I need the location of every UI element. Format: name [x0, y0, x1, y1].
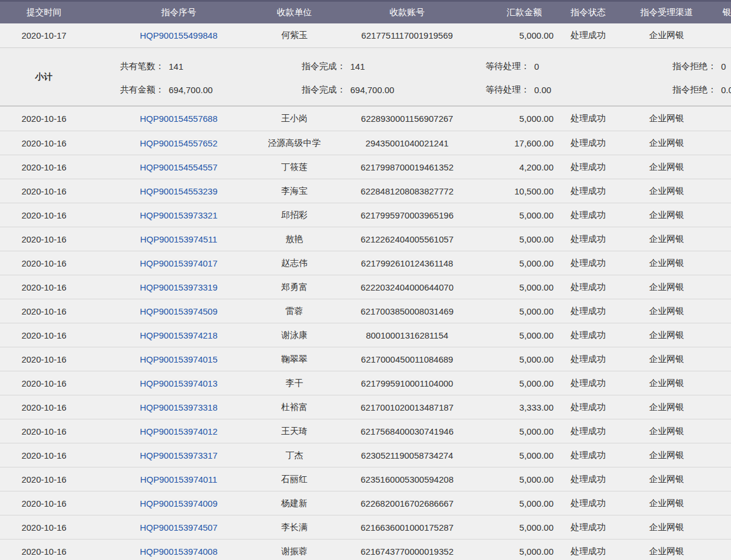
instruction-serial-link[interactable]: HQP900153974015 [140, 354, 218, 364]
instruction-serial-link[interactable]: HQP900153974509 [140, 306, 218, 316]
cell-channel: 企业网银 [623, 23, 710, 47]
instruction-serial-link[interactable]: HQP900153974011 [140, 474, 217, 484]
table-row: 2020-10-16 HQP900153974011 石丽红 623516000… [0, 467, 731, 491]
instruction-serial-link[interactable]: HQP900153973319 [140, 282, 218, 292]
cell-bank [710, 275, 731, 299]
cell-payee: 李干 [269, 371, 319, 395]
payment-instruction-table: 提交时间 指令序号 收款单位 收款账号 汇款金额 指令状态 指令受理渠道 银 2… [0, 0, 731, 560]
cell-submit-time: 2020-10-16 [0, 227, 88, 251]
cell-submit-time: 2020-10-16 [0, 443, 88, 467]
cell-bank [710, 299, 731, 323]
instruction-serial-link[interactable]: HQP900155499848 [140, 30, 218, 40]
cell-payee: 石丽红 [269, 467, 319, 491]
table-row: 2020-10-16 HQP900153974012 王天琦 621756840… [0, 419, 731, 443]
cell-submit-time: 2020-10-16 [0, 323, 88, 347]
instruction-serial-link[interactable]: HQP900153974012 [140, 426, 218, 436]
instruction-serial-link[interactable]: HQP900153974507 [140, 523, 218, 532]
table-row: 2020-10-16 HQP900153974017 赵志伟 621799261… [0, 251, 731, 275]
cell-bank [710, 419, 731, 443]
subtotal-total-count: 共有笔数： 141 [120, 61, 183, 72]
cell-status: 处理成功 [554, 443, 623, 467]
cell-amount: 5,000.00 [495, 347, 554, 371]
cell-serial: HQP900153973321 [88, 203, 269, 227]
cell-amount: 17,600.00 [495, 131, 554, 155]
instruction-serial-link[interactable]: HQP900153974511 [140, 234, 217, 244]
cell-serial: HQP900153974509 [88, 299, 269, 323]
instruction-serial-link[interactable]: HQP900153974013 [140, 378, 218, 388]
cell-channel: 企业网银 [623, 131, 710, 155]
cell-payee: 敖艳 [269, 227, 319, 251]
table-row: 2020-10-16 HQP900153974218 谢泳康 800100013… [0, 323, 731, 347]
cell-bank [710, 203, 731, 227]
cell-bank [710, 131, 731, 155]
cell-account: 6216743770000019352 [319, 539, 495, 560]
cell-account: 6217001020013487187 [319, 395, 495, 419]
cell-account: 6226820016702686667 [319, 491, 495, 515]
instruction-serial-link[interactable]: HQP900154557652 [140, 138, 218, 148]
cell-account: 6212262404005561057 [319, 227, 495, 251]
cell-status: 处理成功 [554, 131, 623, 155]
cell-status: 处理成功 [554, 155, 623, 179]
table-header-row: 提交时间 指令序号 收款单位 收款账号 汇款金额 指令状态 指令受理渠道 银 [0, 0, 731, 23]
instruction-serial-link[interactable]: HQP900153974009 [140, 498, 218, 508]
cell-submit-time: 2020-10-16 [0, 203, 88, 227]
cell-channel: 企业网银 [623, 539, 710, 560]
cell-status: 处理成功 [554, 179, 623, 203]
cell-serial: HQP900153974015 [88, 347, 269, 371]
cell-channel: 企业网银 [623, 203, 710, 227]
subtotal-row: 小计 共有笔数： 141 指令完成： 141 等待处理： 0 指令拒绝： 0 [0, 47, 731, 107]
cell-payee: 李长满 [269, 515, 319, 539]
cell-submit-time: 2020-10-16 [0, 419, 88, 443]
cell-status: 处理成功 [554, 539, 623, 560]
instruction-serial-link[interactable]: HQP900154553239 [140, 186, 218, 196]
instruction-serial-link[interactable]: HQP900153974218 [140, 330, 218, 340]
cell-status: 处理成功 [554, 23, 623, 47]
cell-amount: 5,000.00 [495, 467, 554, 491]
column-header-bank: 银 [710, 2, 731, 23]
instruction-serial-link[interactable]: HQP900154557688 [140, 114, 218, 124]
cell-channel: 企业网银 [623, 227, 710, 251]
cell-amount: 5,000.00 [495, 491, 554, 515]
cell-channel: 企业网银 [623, 275, 710, 299]
instruction-serial-link[interactable]: HQP900153973318 [140, 402, 218, 412]
cell-serial: HQP900154553239 [88, 179, 269, 203]
cell-account: 6235160005300594208 [319, 467, 495, 491]
table-row: 2020-10-16 HQP900154553239 李海宝 622848120… [0, 179, 731, 203]
instruction-serial-link[interactable]: HQP900153973317 [140, 450, 218, 460]
cell-payee: 杜裕富 [269, 395, 319, 419]
cell-channel: 企业网银 [623, 155, 710, 179]
cell-payee: 丁杰 [269, 443, 319, 467]
cell-status: 处理成功 [554, 491, 623, 515]
table-row: 2020-10-17 HQP900155499848 何紫玉 621775111… [0, 23, 731, 47]
cell-serial: HQP900153974011 [88, 467, 269, 491]
cell-submit-time: 2020-10-16 [0, 251, 88, 275]
instruction-serial-link[interactable]: HQP900153974017 [140, 258, 218, 268]
column-header-serial: 指令序号 [88, 2, 269, 23]
instruction-serial-link[interactable]: HQP900153973321 [140, 210, 218, 220]
cell-serial: HQP900153974013 [88, 371, 269, 395]
subtotal-title: 小计 [0, 48, 88, 105]
cell-status: 处理成功 [554, 323, 623, 347]
cell-bank [710, 347, 731, 371]
cell-account: 6217003850008031469 [319, 299, 495, 323]
instruction-serial-link[interactable]: HQP900154554557 [140, 162, 218, 172]
cell-bank [710, 515, 731, 539]
cell-amount: 3,333.00 [495, 395, 554, 419]
cell-channel: 企业网银 [623, 107, 710, 131]
cell-serial: HQP900153974012 [88, 419, 269, 443]
table-row: 2020-10-16 HQP900153973318 杜裕富 621700102… [0, 395, 731, 419]
cell-bank [710, 323, 731, 347]
cell-channel: 企业网银 [623, 179, 710, 203]
table-body-top: 2020-10-17 HQP900155499848 何紫玉 621775111… [0, 23, 731, 47]
cell-serial: HQP900153973319 [88, 275, 269, 299]
cell-payee: 杨建新 [269, 491, 319, 515]
cell-submit-time: 2020-10-17 [0, 23, 88, 47]
instruction-serial-link[interactable]: HQP900153974008 [140, 547, 218, 556]
cell-payee: 郑勇富 [269, 275, 319, 299]
table-row: 2020-10-16 HQP900154554557 丁筱莲 621799870… [0, 155, 731, 179]
cell-channel: 企业网银 [623, 347, 710, 371]
subtotal-counts-line: 共有笔数： 141 指令完成： 141 等待处理： 0 指令拒绝： 0 [0, 61, 731, 73]
cell-channel: 企业网银 [623, 443, 710, 467]
cell-payee: 邱招彩 [269, 203, 319, 227]
cell-amount: 5,000.00 [495, 275, 554, 299]
